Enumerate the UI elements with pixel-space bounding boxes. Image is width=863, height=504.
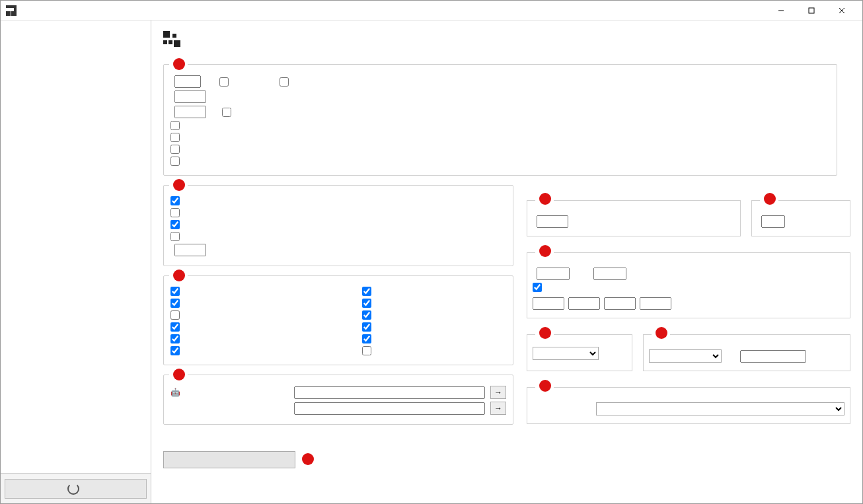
badge-9 [173,369,185,380]
eta-3[interactable] [640,297,671,310]
main-content: 🤖 → → [151,20,862,503]
app-icon [6,5,17,16]
cb-queue[interactable] [362,334,375,343]
speed-input[interactable] [174,90,206,103]
ignore-time-cb[interactable] [280,77,292,87]
close-button[interactable] [827,1,857,20]
free-wait-input[interactable] [174,75,201,88]
send-left-cb[interactable] [170,196,506,205]
badge-3 [173,270,185,281]
restart-bar [1,473,151,503]
entrance-input[interactable] [593,268,626,280]
maximize-button[interactable] [796,1,827,20]
balance-input[interactable] [537,215,568,228]
group-correction [643,328,850,371]
badge-11 [302,453,314,465]
ios-url-input[interactable] [294,402,485,415]
queue-end-cb[interactable] [170,208,506,217]
cb-refuse[interactable] [362,310,375,320]
minimize-button[interactable] [766,1,796,20]
cb-auto-pickup[interactable] [362,322,375,332]
calc-map-cb[interactable] [533,283,844,292]
eta-0[interactable] [533,297,564,310]
cb-offline[interactable] [170,299,336,308]
cb-sip-call[interactable] [362,346,375,355]
badge-1 [173,58,185,70]
group-own [163,185,513,266]
eta-1[interactable] [568,297,600,310]
config-ride-cb[interactable] [170,157,830,166]
ios-go[interactable]: → [490,402,506,415]
group-gps [163,64,837,176]
reload-icon [67,483,79,495]
cb-callsigns[interactable] [170,346,336,355]
add-idle-cb[interactable] [222,108,235,117]
settings-window: 🤖 → → [0,0,863,504]
cb-pause[interactable] [170,287,336,296]
show-min-price-cb[interactable] [170,145,830,154]
titlebar [1,1,862,20]
restart-button[interactable] [5,479,147,499]
idle-input[interactable] [174,106,206,118]
cb-pause-tax[interactable] [362,299,375,308]
charge-actual-cb[interactable] [170,232,506,241]
cb-reset-tax[interactable] [362,287,375,296]
badge-4 [539,193,551,205]
badge-10 [539,380,551,392]
group-voice [527,328,632,371]
group-rounding [751,194,850,236]
badge-5 [764,193,776,205]
cb-tariff-info[interactable] [170,322,336,332]
android-url-input[interactable] [294,386,485,399]
page-icon [163,31,182,50]
android-go[interactable]: → [490,386,506,399]
group-links: 🤖 → → [163,375,513,425]
voice-sum-select[interactable] [533,347,599,360]
android-icon: 🤖 [170,388,180,397]
badge-6 [539,245,551,257]
map-type-select[interactable] [596,402,844,415]
corr-manual-input[interactable] [740,350,806,363]
cb-correct-sum[interactable] [170,310,336,320]
corr-system-select[interactable] [649,349,722,363]
rounding-input[interactable] [761,215,785,228]
charge-left-cb[interactable] [170,220,506,229]
group-labels [527,246,850,318]
group-map [527,380,850,424]
house-input[interactable] [537,268,570,280]
badge-2 [173,179,185,191]
save-button[interactable] [163,451,295,468]
eta-2[interactable] [604,297,636,310]
cb-gps-tax[interactable] [170,334,336,343]
count-from-dial-cb[interactable] [219,77,232,87]
block-tariff-cb[interactable] [170,121,830,130]
svg-rect-1 [809,8,814,13]
min-dist-input[interactable] [174,244,206,256]
group-display [163,275,513,365]
sidebar [1,20,151,503]
group-balance [527,194,741,236]
badge-7 [539,327,551,339]
nav-tree[interactable] [1,20,151,473]
bind-tariff-cb[interactable] [170,133,830,142]
badge-8 [656,327,667,339]
